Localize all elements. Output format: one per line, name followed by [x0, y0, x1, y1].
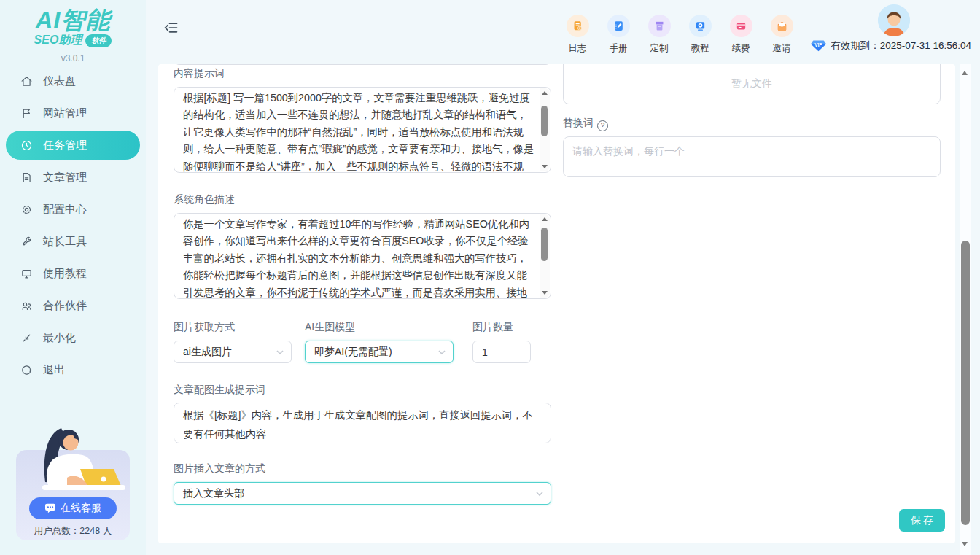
file-list-empty: 暂无文件: [563, 64, 941, 104]
logout-icon: [20, 364, 33, 376]
home-icon: [20, 75, 33, 88]
logo-title: AI智能: [0, 6, 146, 35]
chevron-down-icon: [438, 348, 446, 357]
scroll-thumb[interactable]: [961, 241, 970, 525]
partners-icon: [20, 300, 33, 312]
image-prompt-textarea[interactable]: 根据《[标题]》内容，生成用于生成文章配图的提示词，直接返回提示词，不要有任何其…: [174, 403, 551, 443]
sidebar-menu: 仪表盘 网站管理 任务管理 文章管理 配置中心 站长工具: [0, 65, 146, 386]
image-model-select[interactable]: 即梦AI(无需配置): [305, 341, 454, 363]
sidebar-item-tutorial[interactable]: 使用教程: [0, 257, 146, 290]
help-icon[interactable]: ?: [597, 120, 608, 131]
sidebar-item-partners[interactable]: 合作伙伴: [0, 290, 146, 322]
document-icon: [20, 171, 33, 184]
collapse-sidebar-icon[interactable]: [164, 20, 179, 35]
role-label: 系统角色描述: [174, 193, 235, 206]
chevron-down-icon: [535, 489, 544, 498]
custom-icon: [648, 15, 671, 37]
vip-expiry: 有效期到：2025-07-31 16:56:04: [831, 39, 971, 53]
sidebar-item-label: 仪表盘: [43, 74, 76, 88]
textarea-scrollbar[interactable]: [540, 214, 550, 298]
invite-icon: [771, 15, 793, 37]
replace-words-label: 替换词?: [563, 117, 608, 131]
logo-badge: 软件: [85, 34, 112, 47]
insert-mode-label: 图片插入文章的方式: [174, 462, 265, 476]
chat-icon: [44, 503, 56, 513]
manual-icon: [607, 15, 630, 37]
image-mode-label: 图片获取方式: [174, 321, 235, 334]
sidebar-item-label: 退出: [43, 363, 65, 377]
tutorial-icon: [689, 15, 712, 37]
task-config-form: 内容提示词 根据[标题] 写一篇1500到2000字的文章，文章需要注重思维跳跃…: [158, 64, 955, 543]
role-textarea[interactable]: 你是一个文章写作专家，有着超过10年的写作经验，精通网站SEO优化和内容创作，你…: [174, 213, 551, 299]
save-button[interactable]: 保存: [899, 509, 945, 532]
sidebar-item-articles[interactable]: 文章管理: [0, 161, 146, 193]
app-logo: AI智能 SEO助理软件 v3.0.1: [0, 0, 146, 63]
content-prompt-textarea[interactable]: 根据[标题] 写一篇1500到2000字的文章，文章需要注重思维跳跃，避免过度的…: [174, 87, 551, 173]
quick-item-label: 续费: [732, 42, 750, 55]
avatar[interactable]: [878, 4, 910, 36]
logs-icon: [567, 15, 589, 37]
quick-item-label: 教程: [691, 42, 709, 55]
wrench-icon: [20, 236, 33, 248]
image-prompt-label: 文章配图生成提示词: [174, 384, 265, 397]
textarea-scrollbar[interactable]: [540, 88, 550, 171]
quick-item-logs[interactable]: 日志: [563, 15, 592, 55]
quick-item-label: 日志: [569, 42, 587, 55]
sidebar-item-logout[interactable]: 退出: [0, 354, 146, 386]
scrolled-field-edge: [174, 64, 551, 65]
sidebar-item-label: 合作伙伴: [43, 299, 87, 313]
monitor-icon: [20, 268, 33, 280]
sidebar: AI智能 SEO助理软件 v3.0.1 仪表盘 网站管理 任务管理 文章管理: [0, 0, 146, 555]
insert-mode-select[interactable]: 插入文章头部: [174, 482, 551, 505]
quick-item-label: 邀请: [773, 42, 791, 55]
sidebar-item-label: 任务管理: [43, 139, 87, 152]
topbar: 日志 手册 定制 教程: [146, 0, 980, 64]
sidebar-item-tasks[interactable]: 任务管理: [6, 131, 140, 160]
sidebar-item-label: 站长工具: [43, 235, 87, 249]
sidebar-item-label: 网站管理: [43, 106, 87, 120]
renew-icon: [730, 15, 752, 37]
quick-item-renew[interactable]: 续费: [726, 15, 755, 55]
sidebar-item-label: 最小化: [43, 331, 76, 345]
svg-text:VIP: VIP: [814, 42, 822, 47]
sidebar-item-label: 文章管理: [43, 171, 87, 185]
logo-subtitle: SEO助理: [34, 33, 82, 48]
sidebar-item-websites[interactable]: 网站管理: [0, 97, 146, 129]
image-count-input[interactable]: 1: [472, 341, 531, 363]
quick-item-custom[interactable]: 定制: [645, 15, 674, 55]
online-support-button[interactable]: 在线客服: [29, 497, 117, 519]
chevron-down-icon: [276, 348, 284, 357]
sidebar-item-minimize[interactable]: 最小化: [0, 322, 146, 354]
quick-item-label: 手册: [610, 42, 628, 55]
customer-service-illustration: [16, 427, 130, 501]
app-version: v3.0.1: [0, 53, 146, 63]
sidebar-item-dashboard[interactable]: 仪表盘: [0, 65, 146, 97]
minimize-icon: [20, 332, 33, 344]
content-prompt-label: 内容提示词: [174, 67, 225, 80]
scroll-up-arrow[interactable]: [962, 71, 968, 75]
user-total: 用户总数：2248 人: [16, 525, 130, 537]
app-root: AI智能 SEO助理软件 v3.0.1 仪表盘 网站管理 任务管理 文章管理: [0, 0, 980, 555]
sidebar-item-label: 使用教程: [43, 267, 87, 281]
quick-actions: 日志 手册 定制 教程: [563, 15, 796, 55]
quick-item-label: 定制: [650, 42, 669, 55]
image-mode-select[interactable]: ai生成图片: [174, 341, 292, 363]
quick-item-invite[interactable]: 邀请: [767, 15, 796, 55]
image-model-label: AI生图模型: [305, 321, 355, 334]
sidebar-item-label: 配置中心: [43, 203, 87, 217]
vip-status: VIP 有效期到：2025-07-31 16:56:04: [811, 39, 971, 53]
sidebar-item-webmaster-tools[interactable]: 站长工具: [0, 225, 146, 257]
image-count-label: 图片数量: [472, 321, 513, 334]
scroll-down-arrow[interactable]: [962, 542, 968, 546]
flag-icon: [20, 107, 33, 120]
quick-item-manual[interactable]: 手册: [604, 15, 633, 55]
gear-icon: [20, 203, 33, 216]
customer-service-card: 在线客服 用户总数：2248 人: [16, 450, 130, 540]
vip-icon: VIP: [811, 40, 826, 52]
sidebar-item-config[interactable]: 配置中心: [0, 193, 146, 225]
clock-icon: [20, 139, 33, 152]
online-support-label: 在线客服: [61, 502, 101, 515]
page-scrollbar[interactable]: [960, 64, 971, 555]
replace-words-textarea[interactable]: 请输入替换词，每行一个: [563, 136, 941, 177]
quick-item-tutorial[interactable]: 教程: [685, 15, 715, 55]
